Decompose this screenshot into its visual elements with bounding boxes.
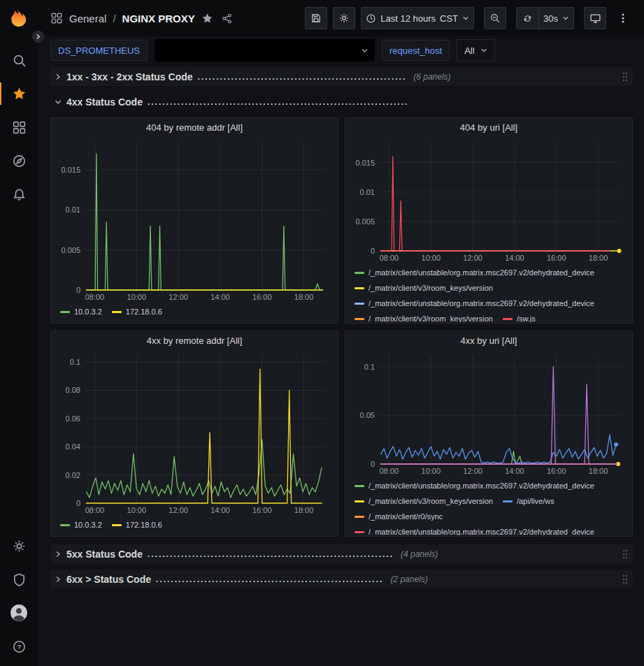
legend-label: /_matrix/client/unstable/org.matrix.msc2… [368, 268, 594, 277]
svg-text:0.06: 0.06 [66, 414, 80, 423]
clock-icon [366, 13, 376, 24]
row-dots: ........................................… [198, 72, 407, 82]
sidebar-item-alerting[interactable] [0, 178, 38, 211]
sidebar-item-help[interactable]: ? [0, 630, 38, 663]
svg-text:16:00: 16:00 [547, 254, 566, 262]
dashboard-settings-button[interactable] [333, 7, 355, 29]
legend-swatch [355, 516, 364, 518]
legend-item[interactable]: /_matrix/client/v3/room_keys/version [355, 493, 493, 509]
legend-item[interactable]: /_matrix/client/v3/room_keys/version [355, 280, 493, 296]
chart-legend: 10.0.3.2172.18.0.6 [56, 516, 333, 535]
dashboard-row-4xx[interactable]: 4xx Status Code ........................… [50, 92, 633, 111]
chart-legend: 10.0.3.2172.18.0.6 [56, 303, 333, 321]
dashboard-title[interactable]: NGINX PROXY [122, 13, 195, 24]
zoom-out-button[interactable] [484, 7, 506, 29]
save-dashboard-button[interactable] [305, 7, 327, 29]
sidebar-item-profile[interactable] [0, 596, 38, 630]
legend-item[interactable]: /sw.js [503, 311, 536, 322]
panel-title[interactable]: 4xx by uri [All] [461, 333, 517, 349]
legend-item[interactable]: /api/live/ws [503, 493, 554, 509]
legend-item[interactable]: /_matrix/client/unstable/org.matrix.msc2… [355, 265, 594, 280]
legend-label: /_matrix/client/v3/room_keys/version [368, 497, 493, 505]
svg-text:12:00: 12:00 [169, 293, 188, 301]
chevron-right-icon [55, 576, 62, 583]
row-drag-handle[interactable] [622, 549, 629, 560]
refresh-interval-dropdown[interactable]: 30s [538, 7, 574, 29]
breadcrumb: General / NGINX PROXY [50, 12, 233, 24]
row-panel-count: (6 panels) [413, 72, 450, 82]
row-dots: ........................................… [148, 97, 408, 107]
legend-item[interactable]: /_matrix/client/v3/room_keys/version [355, 311, 493, 322]
legend-swatch [60, 524, 70, 526]
help-icon: ? [12, 639, 27, 654]
dashboard-row-6xx[interactable]: 6xx > Status Code ......................… [50, 570, 633, 588]
legend-swatch [60, 311, 70, 313]
svg-text:?: ? [17, 643, 21, 651]
variable-datasource-value[interactable] [155, 39, 375, 61]
legend-item[interactable]: /_matrix/client/unstable/org.matrix.msc2… [355, 478, 594, 493]
dashboards-icon [12, 120, 27, 135]
row-title: 5xx Status Code [66, 549, 143, 560]
svg-text:12:00: 12:00 [463, 254, 482, 262]
variable-datasource-label[interactable]: DS_PROMETHEUS [50, 40, 148, 61]
sidebar-item-dashboards[interactable] [0, 110, 38, 144]
variable-request-host-value[interactable]: All [457, 39, 494, 61]
svg-text:0.08: 0.08 [66, 386, 80, 394]
favorite-star-icon[interactable] [201, 13, 213, 24]
sidebar-expand-button[interactable] [32, 31, 44, 43]
legend-item[interactable]: 172.18.0.6 [112, 517, 162, 533]
svg-text:16:00: 16:00 [547, 467, 566, 475]
more-options-button[interactable] [612, 7, 634, 29]
chevron-down-icon [361, 47, 368, 55]
legend-swatch [112, 524, 122, 526]
svg-text:0.01: 0.01 [360, 188, 375, 196]
legend-swatch [112, 311, 122, 313]
panel-title[interactable]: 404 by uri [All] [460, 120, 517, 136]
svg-text:08:00: 08:00 [85, 293, 105, 301]
legend-item[interactable]: 10.0.3.2 [60, 304, 102, 319]
svg-text:08:00: 08:00 [380, 467, 399, 475]
dashboard-row-1xx-3xx-2xx[interactable]: 1xx - 3xx - 2xx Status Code ............… [50, 67, 633, 86]
breadcrumb-section[interactable]: General [69, 13, 106, 24]
sidebar-item-explore[interactable] [0, 144, 38, 178]
variable-request-host-label[interactable]: request_host [382, 40, 450, 61]
legend-item[interactable]: /_matrix/client/unstable/org.matrix.msc2… [355, 524, 594, 535]
row-dots: ........................................… [148, 549, 394, 559]
legend-label: /_matrix/client/unstable/org.matrix.msc2… [368, 299, 594, 307]
kebab-icon [618, 13, 628, 24]
legend-swatch [355, 303, 364, 305]
svg-text:0.04: 0.04 [66, 442, 80, 451]
dashboard-row-5xx[interactable]: 5xx Status Code ........................… [50, 544, 633, 563]
timezone-label: CST [440, 13, 458, 24]
refresh-icon [522, 13, 533, 24]
sidebar-item-search[interactable] [0, 43, 38, 77]
refresh-button[interactable] [516, 7, 538, 29]
legend-swatch [355, 500, 364, 502]
svg-text:14:00: 14:00 [505, 254, 524, 262]
cycle-view-mode-button[interactable] [584, 7, 606, 29]
row-drag-handle[interactable] [622, 574, 629, 585]
share-icon[interactable] [221, 13, 233, 24]
legend-item[interactable]: /_matrix/client/r0/sync [355, 509, 443, 524]
panel-title[interactable]: 404 by remote addr [All] [146, 120, 243, 136]
svg-text:10:00: 10:00 [422, 254, 441, 262]
time-range-picker[interactable]: Last 12 hours CST [361, 7, 474, 29]
sidebar-item-starred[interactable] [0, 77, 38, 110]
legend-swatch [503, 318, 513, 320]
legend-item[interactable]: 10.0.3.2 [60, 517, 102, 533]
svg-text:18:00: 18:00 [589, 254, 608, 262]
avatar [10, 604, 28, 622]
zoom-out-icon [489, 13, 501, 24]
legend-item[interactable]: /_matrix/client/unstable/org.matrix.msc2… [355, 296, 594, 311]
panel-4xx-by-uri: 4xx by uri [All] 08:0010:0012:0014:0016:… [345, 331, 633, 537]
svg-text:14:00: 14:00 [505, 467, 524, 475]
chevron-right-icon [55, 551, 62, 558]
compass-icon [12, 154, 27, 168]
sidebar-item-server-admin[interactable] [0, 563, 38, 596]
apps-icon [50, 12, 63, 24]
grafana-logo[interactable] [0, 0, 38, 36]
legend-item[interactable]: 172.18.0.6 [112, 304, 162, 319]
panel-title[interactable]: 4xx by remote addr [All] [147, 333, 243, 349]
sidebar-item-configuration[interactable] [0, 529, 38, 563]
row-drag-handle[interactable] [622, 71, 629, 82]
